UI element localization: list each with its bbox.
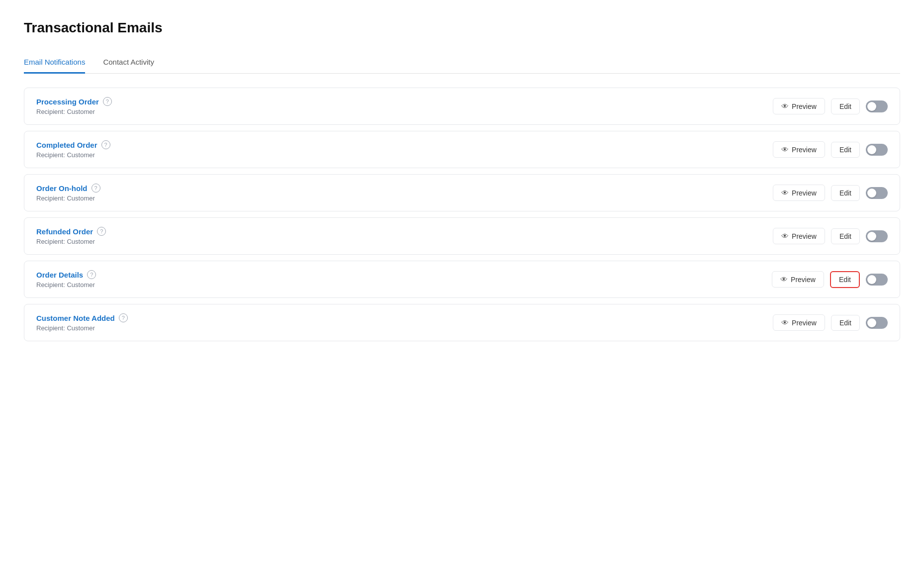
email-name-row-order-on-hold: Order On-hold ? bbox=[36, 184, 100, 193]
preview-label-refunded-order: Preview bbox=[792, 232, 817, 240]
eye-icon-customer-note-added: 👁 bbox=[781, 318, 789, 327]
email-row-refunded-order: Refunded Order ? Recipient: Customer 👁 P… bbox=[24, 217, 900, 255]
email-info-order-details: Order Details ? Recipient: Customer bbox=[36, 270, 96, 289]
tab-contact-activity[interactable]: Contact Activity bbox=[103, 52, 154, 74]
email-recipient-processing-order: Recipient: Customer bbox=[36, 108, 112, 115]
preview-label-order-details: Preview bbox=[791, 276, 816, 284]
email-name-row-customer-note-added: Customer Note Added ? bbox=[36, 313, 128, 322]
preview-button-refunded-order[interactable]: 👁 Preview bbox=[773, 228, 825, 244]
eye-icon-completed-order: 👁 bbox=[781, 145, 789, 154]
eye-icon-order-details: 👁 bbox=[780, 275, 788, 284]
toggle-processing-order[interactable] bbox=[866, 100, 888, 112]
help-icon-refunded-order[interactable]: ? bbox=[97, 227, 106, 236]
email-row-processing-order: Processing Order ? Recipient: Customer 👁… bbox=[24, 88, 900, 125]
email-actions-order-on-hold: 👁 Preview Edit bbox=[773, 185, 888, 201]
email-info-refunded-order: Refunded Order ? Recipient: Customer bbox=[36, 227, 106, 245]
edit-button-completed-order[interactable]: Edit bbox=[831, 142, 860, 158]
toggle-slider-completed-order bbox=[866, 144, 888, 156]
email-name-row-processing-order: Processing Order ? bbox=[36, 97, 112, 106]
email-actions-processing-order: 👁 Preview Edit bbox=[773, 98, 888, 114]
toggle-slider-order-details bbox=[866, 274, 888, 286]
tab-bar: Email Notifications Contact Activity bbox=[24, 52, 900, 74]
email-recipient-refunded-order: Recipient: Customer bbox=[36, 238, 106, 245]
edit-button-order-on-hold[interactable]: Edit bbox=[831, 185, 860, 201]
toggle-completed-order[interactable] bbox=[866, 144, 888, 156]
preview-button-customer-note-added[interactable]: 👁 Preview bbox=[773, 314, 825, 331]
preview-label-order-on-hold: Preview bbox=[792, 189, 817, 197]
preview-button-completed-order[interactable]: 👁 Preview bbox=[773, 141, 825, 158]
email-recipient-order-on-hold: Recipient: Customer bbox=[36, 195, 100, 202]
preview-button-order-on-hold[interactable]: 👁 Preview bbox=[773, 185, 825, 201]
email-name-refunded-order[interactable]: Refunded Order bbox=[36, 227, 93, 236]
email-name-customer-note-added[interactable]: Customer Note Added bbox=[36, 314, 115, 322]
help-icon-order-details[interactable]: ? bbox=[87, 270, 96, 279]
help-icon-completed-order[interactable]: ? bbox=[101, 140, 110, 149]
email-recipient-order-details: Recipient: Customer bbox=[36, 281, 96, 289]
email-list: Processing Order ? Recipient: Customer 👁… bbox=[24, 88, 900, 341]
eye-icon-refunded-order: 👁 bbox=[781, 232, 789, 240]
edit-button-processing-order[interactable]: Edit bbox=[831, 98, 860, 114]
email-info-order-on-hold: Order On-hold ? Recipient: Customer bbox=[36, 184, 100, 202]
email-row-order-on-hold: Order On-hold ? Recipient: Customer 👁 Pr… bbox=[24, 174, 900, 211]
edit-button-refunded-order[interactable]: Edit bbox=[831, 228, 860, 244]
eye-icon-order-on-hold: 👁 bbox=[781, 189, 789, 197]
preview-button-order-details[interactable]: 👁 Preview bbox=[772, 271, 824, 288]
email-row-completed-order: Completed Order ? Recipient: Customer 👁 … bbox=[24, 131, 900, 168]
email-row-customer-note-added: Customer Note Added ? Recipient: Custome… bbox=[24, 304, 900, 341]
email-name-row-order-details: Order Details ? bbox=[36, 270, 96, 279]
help-icon-order-on-hold[interactable]: ? bbox=[92, 184, 100, 193]
email-actions-completed-order: 👁 Preview Edit bbox=[773, 141, 888, 158]
preview-label-customer-note-added: Preview bbox=[792, 319, 817, 327]
email-recipient-customer-note-added: Recipient: Customer bbox=[36, 324, 128, 332]
edit-button-customer-note-added[interactable]: Edit bbox=[831, 315, 860, 331]
email-name-order-details[interactable]: Order Details bbox=[36, 271, 83, 279]
eye-icon-processing-order: 👁 bbox=[781, 102, 789, 110]
tab-email-notifications[interactable]: Email Notifications bbox=[24, 52, 85, 74]
email-info-completed-order: Completed Order ? Recipient: Customer bbox=[36, 140, 110, 159]
toggle-slider-processing-order bbox=[866, 100, 888, 112]
preview-button-processing-order[interactable]: 👁 Preview bbox=[773, 98, 825, 114]
email-name-completed-order[interactable]: Completed Order bbox=[36, 141, 97, 149]
help-icon-customer-note-added[interactable]: ? bbox=[119, 313, 128, 322]
email-name-order-on-hold[interactable]: Order On-hold bbox=[36, 184, 88, 193]
toggle-customer-note-added[interactable] bbox=[866, 317, 888, 329]
edit-button-order-details[interactable]: Edit bbox=[830, 271, 860, 288]
email-info-processing-order: Processing Order ? Recipient: Customer bbox=[36, 97, 112, 115]
toggle-slider-refunded-order bbox=[866, 230, 888, 242]
toggle-order-on-hold[interactable] bbox=[866, 187, 888, 199]
toggle-slider-order-on-hold bbox=[866, 187, 888, 199]
toggle-slider-customer-note-added bbox=[866, 317, 888, 329]
email-actions-refunded-order: 👁 Preview Edit bbox=[773, 228, 888, 244]
email-row-order-details: Order Details ? Recipient: Customer 👁 Pr… bbox=[24, 261, 900, 298]
toggle-refunded-order[interactable] bbox=[866, 230, 888, 242]
page-title: Transactional Emails bbox=[24, 20, 900, 36]
toggle-order-details[interactable] bbox=[866, 274, 888, 286]
email-recipient-completed-order: Recipient: Customer bbox=[36, 151, 110, 159]
help-icon-processing-order[interactable]: ? bbox=[103, 97, 112, 106]
email-name-row-refunded-order: Refunded Order ? bbox=[36, 227, 106, 236]
email-actions-customer-note-added: 👁 Preview Edit bbox=[773, 314, 888, 331]
preview-label-processing-order: Preview bbox=[792, 102, 817, 110]
email-name-row-completed-order: Completed Order ? bbox=[36, 140, 110, 149]
email-info-customer-note-added: Customer Note Added ? Recipient: Custome… bbox=[36, 313, 128, 332]
email-name-processing-order[interactable]: Processing Order bbox=[36, 98, 99, 106]
preview-label-completed-order: Preview bbox=[792, 146, 817, 154]
email-actions-order-details: 👁 Preview Edit bbox=[772, 271, 888, 288]
